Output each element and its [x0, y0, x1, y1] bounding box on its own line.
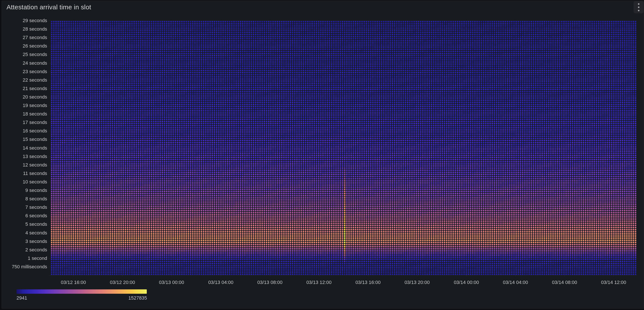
color-scale-gradient — [16, 290, 147, 294]
y-axis-label: 13 seconds — [0, 154, 47, 159]
kebab-vertical-icon — [638, 6, 640, 8]
x-axis-label: 03/13 12:00 — [300, 280, 338, 285]
heatmap-canvas[interactable] — [0, 0, 644, 310]
y-axis-label: 18 seconds — [0, 111, 47, 117]
y-axis-label: 11 seconds — [0, 171, 47, 176]
y-axis-label: 10 seconds — [0, 179, 47, 185]
y-axis-label: 29 seconds — [0, 18, 47, 24]
y-axis-label: 24 seconds — [0, 60, 47, 66]
y-axis-label: 21 seconds — [0, 86, 47, 92]
y-axis-label: 7 seconds — [0, 204, 47, 210]
y-axis-label: 20 seconds — [0, 94, 47, 100]
x-axis-label: 03/12 20:00 — [104, 280, 141, 285]
y-axis-label: 25 seconds — [0, 52, 47, 57]
y-axis-label: 28 seconds — [0, 26, 47, 32]
y-axis-label: 22 seconds — [0, 77, 47, 83]
color-scale-min: 2941 — [16, 295, 27, 301]
kebab-vertical-icon — [638, 3, 640, 5]
y-axis-label: 16 seconds — [0, 128, 47, 134]
y-axis-label: 3 seconds — [0, 238, 47, 244]
x-axis-label: 03/14 00:00 — [448, 280, 485, 285]
y-axis-label: 5 seconds — [0, 222, 47, 227]
x-axis-label: 03/13 08:00 — [252, 280, 288, 285]
y-axis-label: 17 seconds — [0, 120, 47, 125]
panel-title[interactable]: Attestation arrival time in slot — [6, 4, 91, 11]
y-axis-label: 15 seconds — [0, 136, 47, 142]
x-axis-label: 03/14 08:00 — [546, 280, 583, 285]
x-axis-label: 03/13 04:00 — [202, 280, 239, 285]
y-axis-label: 23 seconds — [0, 69, 47, 74]
panel-header: Attestation arrival time in slot — [0, 0, 644, 14]
x-axis-label: 03/14 12:00 — [595, 280, 632, 285]
y-axis-label: 9 seconds — [0, 188, 47, 193]
y-axis-label: 750 milliseconds — [0, 264, 47, 270]
y-axis-label: 8 seconds — [0, 196, 47, 202]
x-axis-label: 03/14 04:00 — [497, 280, 534, 285]
y-axis-label: 14 seconds — [0, 145, 47, 151]
x-axis-label: 03/12 16:00 — [55, 280, 92, 285]
y-axis-label: 26 seconds — [0, 43, 47, 49]
y-axis-label: 27 seconds — [0, 35, 47, 40]
y-axis-label: 4 seconds — [0, 230, 47, 236]
y-axis-label: 6 seconds — [0, 213, 47, 218]
y-axis-label: 2 seconds — [0, 247, 47, 253]
x-axis-label: 03/13 20:00 — [399, 280, 436, 285]
kebab-vertical-icon — [638, 10, 640, 11]
x-axis-label: 03/13 00:00 — [153, 280, 190, 285]
x-axis-label: 03/13 16:00 — [350, 280, 386, 285]
y-axis-label: 19 seconds — [0, 103, 47, 108]
y-axis-label: 12 seconds — [0, 162, 47, 168]
y-axis-label: 1 second — [0, 256, 47, 261]
color-scale-max: 1527835 — [103, 295, 147, 301]
panel-menu-button[interactable] — [634, 1, 644, 13]
